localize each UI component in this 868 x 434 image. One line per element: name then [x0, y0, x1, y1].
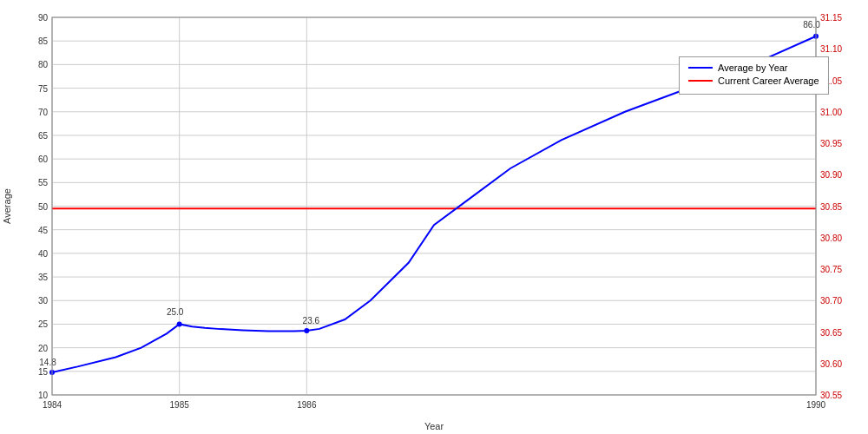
svg-point-62: [304, 328, 309, 333]
svg-text:30.70: 30.70: [820, 296, 842, 306]
legend-item-career: Current Career Average: [688, 76, 819, 86]
svg-text:10: 10: [38, 391, 49, 400]
svg-text:75: 75: [38, 84, 49, 94]
svg-text:30.55: 30.55: [820, 391, 842, 400]
legend-label-average: Average by Year: [718, 62, 788, 73]
svg-text:30.80: 30.80: [820, 233, 842, 243]
svg-text:30.95: 30.95: [820, 139, 842, 148]
legend-item-average: Average by Year: [688, 62, 819, 73]
svg-text:45: 45: [38, 226, 49, 235]
svg-text:20: 20: [38, 344, 49, 353]
svg-text:90: 90: [38, 13, 49, 23]
svg-text:31.10: 31.10: [820, 44, 842, 54]
svg-text:23.6: 23.6: [303, 316, 320, 326]
svg-text:14.8: 14.8: [39, 358, 56, 367]
svg-text:Year: Year: [424, 421, 444, 431]
svg-text:30.90: 30.90: [820, 170, 842, 180]
svg-text:60: 60: [38, 155, 49, 164]
svg-text:65: 65: [38, 131, 49, 141]
svg-text:85: 85: [38, 36, 49, 46]
svg-text:25: 25: [38, 319, 49, 329]
svg-text:15: 15: [38, 367, 49, 377]
svg-text:30.75: 30.75: [820, 265, 842, 274]
svg-text:Average: Average: [2, 188, 12, 224]
svg-text:25.0: 25.0: [167, 307, 184, 317]
svg-text:1986: 1986: [297, 400, 317, 410]
legend-line-red: [688, 80, 713, 82]
svg-text:1990: 1990: [806, 400, 826, 410]
legend-label-career: Current Career Average: [718, 76, 819, 86]
svg-text:31.00: 31.00: [820, 108, 842, 117]
svg-text:70: 70: [38, 108, 49, 117]
svg-text:86.0: 86.0: [803, 20, 820, 30]
svg-text:30.85: 30.85: [820, 202, 842, 212]
legend-line-blue: [688, 67, 713, 69]
svg-text:31.15: 31.15: [820, 13, 842, 23]
svg-text:40: 40: [38, 249, 49, 259]
svg-text:30: 30: [38, 296, 49, 306]
legend-box: Average by Year Current Career Average: [679, 56, 829, 95]
svg-text:80: 80: [38, 60, 49, 69]
svg-text:1984: 1984: [43, 400, 62, 410]
svg-text:30.65: 30.65: [820, 328, 842, 338]
chart-container: 1015202530354045505560657075808590198419…: [0, 0, 868, 434]
svg-text:30.60: 30.60: [820, 359, 842, 369]
svg-text:55: 55: [38, 178, 49, 187]
svg-text:1985: 1985: [170, 400, 190, 410]
svg-point-60: [177, 321, 182, 326]
svg-text:35: 35: [38, 273, 49, 282]
svg-text:50: 50: [38, 202, 49, 212]
